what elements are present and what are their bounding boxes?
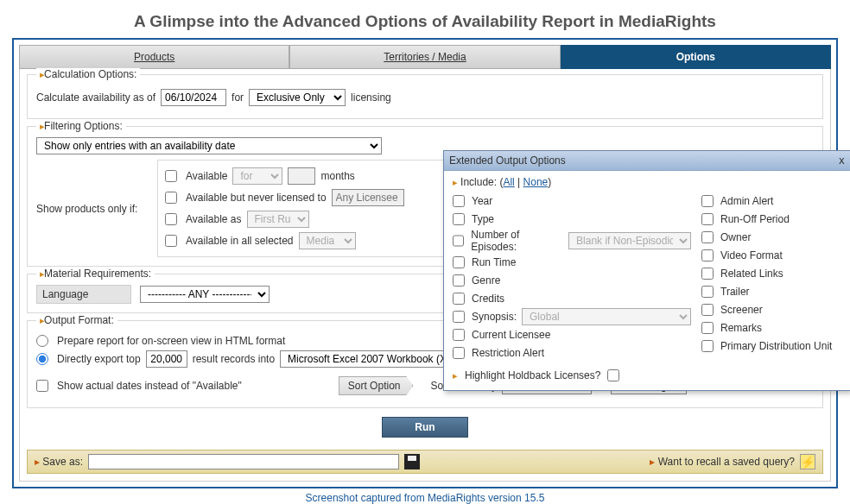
calc-for: for (232, 91, 244, 104)
recall-query-label: Want to recall a saved query? (650, 456, 795, 468)
include-label: Include: (460, 176, 497, 188)
type-label: Type (472, 213, 494, 225)
video-format-checkbox[interactable] (701, 249, 714, 261)
remarks-checkbox[interactable] (701, 322, 714, 334)
include-none-link[interactable]: None (523, 176, 549, 188)
current-licensee-checkbox[interactable] (453, 329, 465, 341)
episodes-checkbox[interactable] (453, 235, 464, 247)
months-label: months (320, 170, 354, 182)
runtime-checkbox[interactable] (453, 256, 465, 268)
available-as-checkbox[interactable] (165, 213, 177, 225)
runtime-label: Run Time (472, 256, 516, 268)
language-select[interactable]: ----------- ANY ------------ (140, 286, 270, 303)
episodes-label: Number of Episodes: (471, 229, 563, 253)
html-report-radio[interactable] (36, 335, 48, 347)
screener-label: Screener (720, 304, 763, 316)
available-for-checkbox[interactable] (165, 170, 177, 182)
save-bar: Save as: Want to recall a saved query? ⚡ (27, 450, 823, 474)
tab-options[interactable]: Options (561, 45, 831, 69)
synopsis-select[interactable]: Global (522, 308, 691, 325)
available-as-label: Available as (186, 213, 242, 225)
genre-label: Genre (472, 274, 500, 287)
screener-checkbox[interactable] (701, 304, 714, 316)
available-as-select[interactable]: First Run (247, 211, 309, 228)
extended-output-header: Extended Output Options x (444, 151, 850, 171)
related-links-checkbox[interactable] (701, 268, 714, 280)
output-legend: Output Format: (36, 314, 117, 326)
available-in-all-select[interactable]: Media (299, 232, 356, 249)
restriction-alert-label: Restriction Alert (472, 347, 544, 359)
calc-legend: Calculation Options: (36, 68, 140, 80)
video-format-label: Video Format (720, 249, 783, 261)
highlight-holdback-checkbox[interactable] (607, 369, 619, 381)
available-for-select[interactable]: for (232, 167, 282, 185)
show-actual-dates-checkbox[interactable] (36, 380, 48, 392)
available-in-all-label: Available in all selected (186, 235, 294, 247)
tab-products[interactable]: Products (19, 45, 289, 69)
available-label: Available (186, 170, 227, 182)
html-report-label: Prepare report for on-screen view in HTM… (57, 335, 285, 347)
synopsis-checkbox[interactable] (453, 311, 465, 323)
credits-label: Credits (472, 293, 504, 305)
year-checkbox[interactable] (453, 195, 465, 207)
show-products-only-if-label: Show products only if: (36, 160, 157, 257)
available-months-input[interactable] (288, 167, 315, 185)
include-all-link[interactable]: All (503, 176, 514, 188)
save-as-label: Save as: (35, 456, 83, 468)
include-line: Include: (All | None) (453, 176, 841, 188)
type-checkbox[interactable] (453, 213, 465, 225)
runoff-label: Run-Off Period (720, 213, 790, 225)
options-content: Calculation Options: Calculate availabil… (19, 69, 831, 482)
export-prefix: Directly export top (57, 353, 141, 365)
main-frame: Products Territories / Media Options Cal… (12, 38, 838, 488)
close-icon[interactable]: x (839, 154, 845, 167)
licensing-type-select[interactable]: Exclusive Only (249, 89, 346, 106)
highlight-holdback-label: Highlight Holdback Licenses? (465, 369, 600, 381)
episodes-select[interactable]: Blank if Non-Episodic (568, 232, 691, 249)
pdu-label: Primary Distribution Unit (720, 340, 832, 352)
calculation-options-group: Calculation Options: Calculate availabil… (27, 74, 823, 119)
filter-legend: Filtering Options: (36, 120, 126, 132)
save-icon[interactable] (404, 454, 420, 469)
restriction-alert-checkbox[interactable] (453, 347, 465, 359)
runoff-checkbox[interactable] (701, 213, 714, 225)
export-radio[interactable] (36, 353, 48, 365)
calc-prefix: Calculate availability as of (36, 91, 155, 104)
calc-date-input[interactable] (161, 89, 226, 106)
tab-territories[interactable]: Territories / Media (289, 45, 560, 69)
language-label: Language (36, 285, 131, 304)
synopsis-label: Synopsis: (472, 311, 517, 323)
current-licensee-label: Current Licensee (472, 329, 550, 341)
extended-output-title: Extended Output Options (449, 154, 566, 167)
year-label: Year (472, 195, 492, 207)
footer-caption: Screenshot captured from MediaRights ver… (0, 488, 850, 504)
page-title: A Glimpse into the Advanced Options of A… (0, 0, 850, 38)
export-mid: result records into (193, 353, 275, 365)
sort-option-badge: Sort Option (339, 376, 414, 395)
owner-label: Owner (720, 231, 751, 243)
admin-alert-checkbox[interactable] (701, 195, 714, 207)
pdu-checkbox[interactable] (701, 340, 714, 352)
tab-bar: Products Territories / Media Options (19, 45, 831, 69)
never-licensed-label: Available but never licensed to (186, 192, 327, 204)
calc-suffix: licensing (351, 91, 391, 104)
save-as-input[interactable] (88, 454, 399, 469)
trailer-label: Trailer (720, 286, 750, 298)
licensee-input[interactable] (332, 189, 404, 206)
export-count-input[interactable] (146, 350, 187, 368)
extended-output-panel: Extended Output Options x Include: (All … (443, 150, 850, 391)
remarks-label: Remarks (720, 322, 762, 334)
recall-query-button[interactable]: ⚡ (800, 454, 815, 469)
show-actual-dates-label: Show actual dates instead of "Available" (57, 380, 242, 392)
genre-checkbox[interactable] (453, 274, 465, 287)
owner-checkbox[interactable] (701, 231, 714, 243)
credits-checkbox[interactable] (453, 293, 465, 305)
related-links-label: Related Links (720, 268, 783, 280)
admin-alert-label: Admin Alert (720, 195, 773, 207)
never-licensed-checkbox[interactable] (165, 192, 177, 204)
availability-show-select[interactable]: Show only entries with an availability d… (36, 137, 382, 154)
material-legend: Material Requirements: (36, 268, 155, 280)
trailer-checkbox[interactable] (701, 286, 714, 298)
run-button[interactable]: Run (382, 417, 468, 438)
available-in-all-checkbox[interactable] (165, 235, 177, 247)
